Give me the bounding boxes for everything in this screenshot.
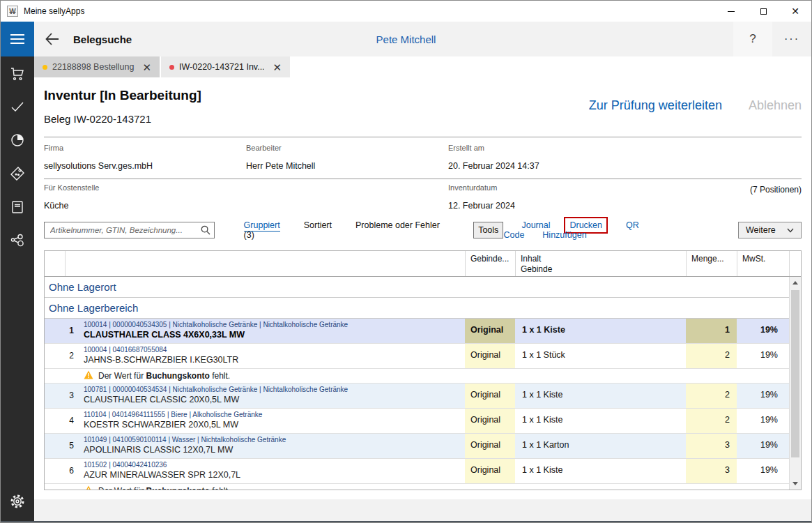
inhalt-gebinde-cell: 1 x 1 Kiste	[515, 319, 686, 343]
document-number: Beleg IW-0220-143721	[44, 113, 151, 125]
field-value: sellysolutions Serv.ges.mbH	[44, 161, 246, 171]
search-icon[interactable]	[197, 225, 214, 236]
field-value: Herr Pete Mitchell	[246, 161, 448, 171]
menge-cell: 2	[686, 344, 737, 368]
sidebar-item-journal[interactable]	[1, 190, 34, 224]
vertical-scrollbar[interactable]	[789, 277, 801, 490]
sidebar-item-orders[interactable]	[1, 56, 34, 90]
article-name: KOESTR SCHWARZBIER 20X0,5L MW	[84, 420, 465, 430]
page-title: Inventur [In Bearbeitung]	[44, 88, 201, 103]
toolbar-link-journal[interactable]: Journal	[521, 220, 550, 230]
divider	[44, 179, 802, 179]
minimize-button[interactable]	[715, 1, 747, 22]
menge-cell: 3	[686, 434, 737, 458]
more-options-button[interactable]: ···	[772, 22, 811, 56]
row-number: 1	[45, 319, 78, 343]
mwst-cell: 19%	[737, 409, 789, 433]
gebinde-cell: Original	[465, 384, 515, 408]
window-bottom-edge	[1, 521, 811, 522]
search-box	[44, 222, 215, 238]
help-button[interactable]: ?	[733, 22, 772, 56]
breadcrumb: Belegsuche	[73, 33, 132, 45]
back-button[interactable]	[44, 31, 65, 47]
table-row[interactable]: 6101502 | 04004042410236AZUR MINERALWASS…	[45, 459, 789, 484]
column-header[interactable]: Menge...	[686, 251, 737, 276]
share-icon	[9, 232, 26, 249]
column-header[interactable]: MwSt.	[737, 251, 789, 276]
document-tab[interactable]: IW-0220-143721 Inv...✕	[161, 56, 290, 77]
gebinde-cell: Original	[465, 409, 515, 433]
status-dot-icon	[169, 65, 174, 70]
row-number: 6	[45, 459, 78, 483]
table-row[interactable]: 4110104 | 04014964111555 | Biere | Alkoh…	[45, 409, 789, 434]
more-actions-label: Weitere	[746, 225, 776, 235]
nav-bar: Belegsuche Pete Mitchell ? ···	[1, 22, 811, 56]
row-number: 2	[45, 344, 78, 368]
field-label: Erstellt am	[448, 144, 802, 152]
table-row[interactable]: 5101049 | 04100590100114 | Wasser | Nich…	[45, 434, 789, 459]
article-code: 100004 | 04016687055084	[84, 346, 465, 354]
article-name: AZUR MINERALWASSER SPR 12X0,7L	[84, 470, 465, 480]
search-input[interactable]	[45, 226, 197, 234]
tab-bar: 22188898 Bestellung✕IW-0220-143721 Inv..…	[34, 56, 811, 77]
article-name: CLAUSTHALER CLASSIC 20X0,5L MW	[84, 395, 465, 404]
table-row[interactable]: 1100014 | 00000040534305 | Nichtalkoholi…	[45, 319, 789, 344]
scrollbar-thumb[interactable]	[791, 290, 799, 457]
status-dot-icon	[43, 65, 47, 70]
warning-icon	[84, 370, 93, 381]
table-row[interactable]: 3100781 | 00000040534534 | Nichtalkoholi…	[45, 384, 789, 409]
field-value: Küche	[44, 201, 448, 211]
article-code: 101049 | 04100590100114 | Wasser | Nicht…	[84, 436, 465, 444]
field-label: Für Kostenstelle	[44, 183, 448, 192]
mwst-cell: 19%	[737, 384, 789, 408]
group-header-row[interactable]: Ohne Lagerbereich	[45, 298, 789, 319]
group-header-row[interactable]: Ohne Lagerort	[45, 277, 789, 298]
gebinde-cell: Original	[465, 459, 515, 483]
filter-link[interactable]: Sortiert	[304, 220, 332, 230]
reject-button[interactable]: Ablehnen	[749, 98, 802, 113]
warning-text: Der Wert für Buchungskonto fehlt.	[98, 486, 230, 490]
book-icon	[9, 199, 26, 215]
field-label: Bearbeiter	[246, 144, 448, 152]
tab-close-icon[interactable]: ✕	[273, 62, 282, 73]
window-controls: ✕	[715, 1, 811, 22]
toolbar-link-hinzufügen[interactable]: Hinzufügen	[542, 230, 586, 240]
sidebar-item-offers[interactable]	[1, 157, 34, 190]
inhalt-gebinde-cell: 1 x 1 Kiste	[515, 459, 686, 483]
sidebar-item-settings[interactable]	[1, 485, 34, 518]
sidebar-item-share[interactable]	[1, 224, 34, 257]
forward-for-review-button[interactable]: Zur Prüfung weiterleiten	[589, 98, 722, 113]
list-toolbar: GruppiertSortiertProbleme oder Fehler (3…	[44, 221, 802, 239]
sidebar-item-tasks[interactable]	[1, 90, 34, 123]
more-actions-dropdown[interactable]: Weitere	[738, 222, 802, 238]
column-header[interactable]: InhaltGebinde	[515, 251, 686, 276]
minimize-icon	[728, 11, 735, 12]
scrollbar-track[interactable]	[790, 289, 801, 478]
article-code: 100781 | 00000040534534 | Nichtalkoholis…	[84, 386, 465, 393]
field-label: Firma	[44, 144, 246, 152]
maximize-button[interactable]	[747, 1, 779, 22]
inhalt-gebinde-cell: 1 x 1 Kiste	[515, 384, 686, 408]
scroll-up-button[interactable]	[790, 277, 801, 289]
detail-field: Für KostenstelleKüche	[44, 183, 448, 211]
footer-strip	[34, 499, 811, 521]
tools-button[interactable]: Tools	[473, 222, 503, 238]
article-cell: 100004 | 04016687055084JAHNS-B.SCHWARZBI…	[78, 344, 465, 368]
positions-count: (7 Positionen)	[750, 183, 802, 211]
article-name: JAHNS-B.SCHWARZBIER I.KEG30LTR	[84, 355, 465, 365]
hamburger-menu-button[interactable]	[1, 22, 34, 56]
article-code: 100014 | 00000040534305 | Nichtalkoholis…	[84, 321, 465, 328]
table-header: Gebinde...InhaltGebindeMenge...MwSt.	[45, 251, 801, 277]
title-bar: W Meine sellyApps ✕	[1, 1, 811, 22]
sidebar-item-reports[interactable]	[1, 123, 34, 157]
document-tab[interactable]: 22188898 Bestellung✕	[34, 56, 160, 77]
table-row[interactable]: 2100004 | 04016687055084JAHNS-B.SCHWARZB…	[45, 344, 789, 369]
tab-close-icon[interactable]: ✕	[142, 62, 151, 73]
close-button[interactable]: ✕	[779, 1, 811, 22]
column-header[interactable]: Gebinde...	[465, 251, 515, 276]
scroll-down-button[interactable]	[790, 478, 801, 490]
menge-cell: 3	[686, 459, 737, 483]
warning-icon	[84, 485, 93, 490]
scroll-down-icon	[792, 482, 798, 485]
gebinde-cell: Original	[465, 319, 515, 343]
